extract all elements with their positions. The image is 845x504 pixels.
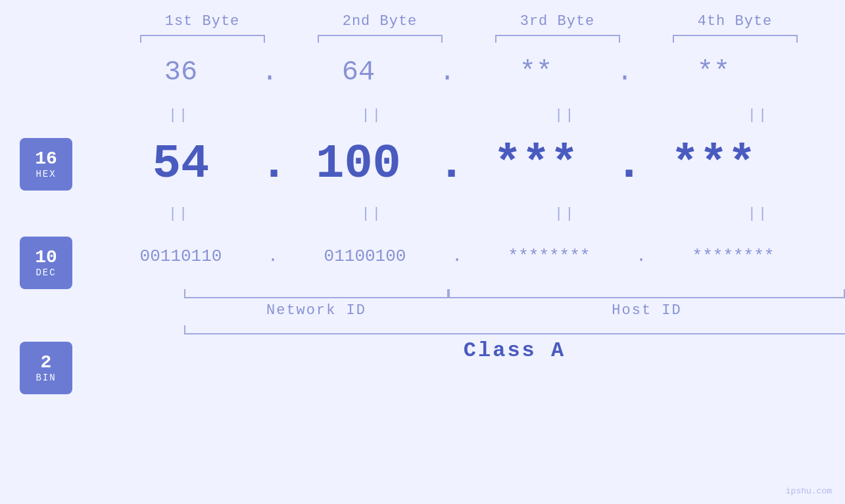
dec-badge-number: 10 (35, 248, 57, 268)
bracket-cell-4 (646, 35, 824, 43)
hex-badge-number: 16 (35, 149, 57, 170)
equals-2a: || (362, 107, 383, 124)
equals-cell-2a: || (285, 107, 459, 124)
class-bracket-row (92, 325, 845, 334)
class-label: Class A (184, 338, 845, 363)
dec-badge-label: DEC (36, 267, 56, 278)
equals-cell-2b: || (285, 206, 459, 222)
equals-4a: || (748, 107, 769, 124)
equals-cell-4a: || (671, 107, 845, 124)
hex-badge: 16 HEX (20, 138, 72, 191)
hex-b3-value: ** (519, 57, 552, 88)
byte4-header: 4th Byte (646, 13, 824, 30)
hex-b2-cell: 64 (270, 57, 447, 88)
bin-b2-cell: 01100100 (276, 246, 454, 266)
dec-b4-cell: *** (625, 137, 802, 191)
hex-b1-value: 36 (164, 57, 197, 88)
equals-cell-3b: || (478, 206, 652, 222)
bin-b4-value: ******** (692, 246, 775, 266)
byte-headers: 1st Byte 2nd Byte 3rd Byte 4th Byte (0, 0, 845, 30)
bin-b3-value: ******** (508, 246, 591, 266)
hex-badge-label: HEX (36, 169, 56, 179)
network-id-label: Network ID (184, 302, 448, 319)
class-label-row: Class A (92, 338, 845, 363)
dec-b1-value: 54 (153, 137, 209, 191)
bin-badge-number: 2 (41, 353, 52, 373)
bin-b4-cell: ******** (644, 246, 822, 266)
equals-3a: || (554, 107, 575, 124)
bin-badge-label: BIN (36, 373, 56, 383)
byte2-header: 2nd Byte (291, 13, 469, 30)
watermark: ipshu.com (786, 486, 832, 496)
equals-1a: || (168, 107, 189, 124)
hex-b2-value: 64 (342, 57, 375, 88)
equals-2b: || (362, 206, 383, 222)
host-bottom-bracket (448, 289, 845, 298)
dec-b2-cell: 100 (270, 137, 447, 191)
hex-b1-cell: 36 (92, 57, 270, 88)
bracket-2 (318, 35, 443, 43)
equals-row-2: || || || || (92, 200, 845, 227)
dec-b3-cell: *** (447, 137, 625, 191)
hex-row: 36 . 64 . ** . ** (92, 43, 845, 102)
bottom-brackets (92, 289, 845, 298)
bracket-cell-1 (114, 35, 291, 43)
bin-badge: 2 BIN (20, 342, 72, 394)
dec-b2-value: 100 (316, 137, 401, 191)
bracket-3 (495, 35, 620, 43)
hex-b4-value: ** (697, 57, 730, 88)
dec-b4-value: *** (671, 137, 756, 191)
equals-cell-3a: || (478, 107, 652, 124)
main-container: 1st Byte 2nd Byte 3rd Byte 4th Byte 16 H… (0, 0, 845, 504)
class-bracket (184, 325, 845, 334)
bracket-cell-2 (291, 35, 469, 43)
bin-b1-value: 00110110 (140, 246, 222, 266)
equals-cell-4b: || (671, 206, 845, 222)
dec-row: 54 . 100 . *** . *** (92, 128, 845, 200)
id-labels: Network ID Host ID (92, 302, 845, 319)
bin-b2-value: 01100100 (324, 246, 406, 266)
bin-b1-cell: 00110110 (92, 246, 270, 266)
dec-b3-value: *** (493, 137, 579, 191)
bin-b3-cell: ******** (460, 246, 638, 266)
host-id-label: Host ID (448, 302, 845, 319)
rows-area: 16 HEX 36 . 64 . ** . ** || (0, 43, 845, 504)
byte3-header: 3rd Byte (469, 13, 646, 30)
bracket-1 (140, 35, 265, 43)
network-bottom-bracket (184, 289, 448, 298)
hex-b4-cell: ** (625, 57, 802, 88)
bin-row: 00110110 . 01100100 . ******** . *******… (92, 227, 845, 286)
dec-b1-cell: 54 (92, 137, 270, 191)
byte1-header: 1st Byte (114, 13, 291, 30)
top-brackets (0, 35, 845, 43)
equals-cell-1a: || (92, 107, 266, 124)
bracket-4 (673, 35, 798, 43)
equals-1b: || (168, 206, 189, 222)
equals-3b: || (554, 206, 575, 222)
equals-cell-1b: || (92, 206, 266, 222)
hex-b3-cell: ** (447, 57, 625, 88)
equals-4b: || (748, 206, 769, 222)
bracket-cell-3 (469, 35, 646, 43)
equals-row-1: || || || || (92, 102, 845, 128)
dec-badge: 10 DEC (20, 237, 72, 289)
